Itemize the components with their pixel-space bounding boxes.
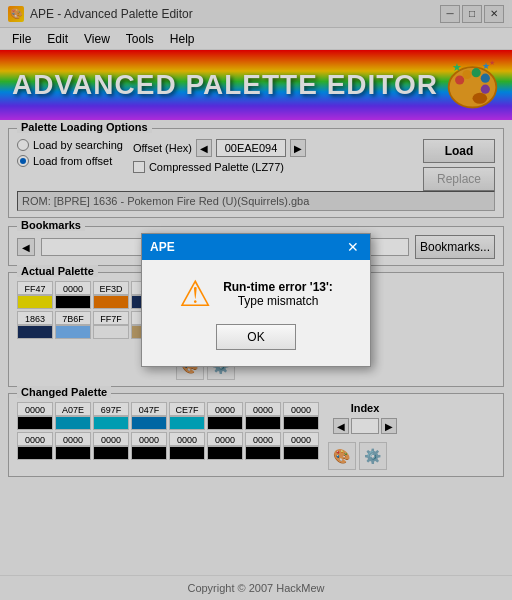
modal-error-detail: Type mismatch (223, 294, 333, 308)
modal-message: Run-time error '13': Type mismatch (223, 280, 333, 308)
modal-title-bar: APE ✕ (142, 234, 370, 260)
modal-overlay: APE ✕ ⚠ Run-time error '13': Type mismat… (0, 0, 512, 600)
modal-ok-button[interactable]: OK (216, 324, 296, 350)
modal-error-title: Run-time error '13': (223, 280, 333, 294)
modal-content-row: ⚠ Run-time error '13': Type mismatch (179, 276, 333, 312)
modal-dialog: APE ✕ ⚠ Run-time error '13': Type mismat… (141, 233, 371, 367)
warning-icon: ⚠ (179, 276, 211, 312)
modal-body: ⚠ Run-time error '13': Type mismatch OK (142, 260, 370, 366)
modal-close-button[interactable]: ✕ (344, 238, 362, 256)
modal-title: APE (150, 240, 175, 254)
